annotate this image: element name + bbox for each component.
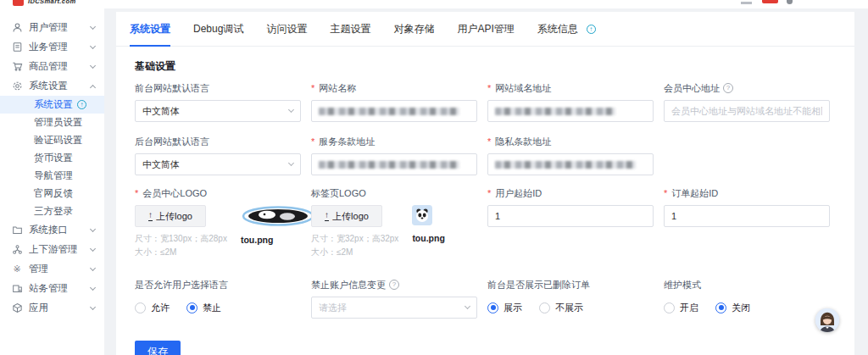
sidebar-item-business-management[interactable]: 业务管理 (0, 37, 104, 57)
radio-show[interactable]: 展示 (487, 302, 522, 314)
upload-tab-logo-button[interactable]: ↑ 上传logo (311, 205, 382, 227)
sidebar-subitem-nav-management[interactable]: 导航管理 (0, 167, 104, 185)
sidebar-item-label: 业务管理 (29, 41, 91, 53)
gear-icon (11, 80, 23, 92)
radio-icon (135, 302, 146, 313)
tab-theme-settings[interactable]: 主题设置 (330, 12, 370, 47)
site-domain-input[interactable] (487, 100, 654, 122)
folder-icon (11, 225, 23, 236)
tab-label: 主题设置 (330, 22, 370, 36)
sidebar-subitem-currency-settings[interactable]: 货币设置 (0, 149, 104, 167)
top-navbar: IDCSmart.com (0, 0, 868, 8)
save-button[interactable]: 保存 (135, 341, 181, 355)
radio-icon (539, 302, 550, 313)
field-label: 标签页LOGO (311, 187, 477, 199)
sidebar-item-label: 应用 (29, 302, 91, 314)
tab-user-api[interactable]: 用户API管理 (457, 12, 514, 47)
radio-icon (186, 302, 198, 313)
tab-object-storage[interactable]: 对象存储 (393, 12, 434, 47)
sidebar-subitem-label: 验证码设置 (34, 134, 83, 147)
folder-plus-icon (11, 283, 23, 295)
radio-label: 不展示 (555, 302, 583, 314)
field-show-deleted-orders: 前台是否展示已删除订单 展示 不展示 (487, 279, 654, 319)
upload-hint: 尺寸：宽32px；高32px 大小：≤2M (311, 232, 398, 258)
radio-hide[interactable]: 不展示 (539, 302, 583, 314)
upgrade-badge-icon: ↑ (587, 25, 596, 34)
tab-label: 对象存储 (393, 22, 434, 36)
radio-maintenance-on[interactable]: 开启 (664, 302, 698, 314)
tab-system-settings[interactable]: 系统设置 (130, 12, 170, 47)
field-label: 是否允许用户选择语言 (135, 279, 301, 291)
sidebar-item-management[interactable]: ※ 管理 (0, 259, 104, 279)
order-start-id-input[interactable] (664, 205, 830, 227)
upload-button-label: 上传logo (332, 210, 369, 223)
help-icon[interactable]: ? (389, 280, 399, 290)
field-label-text: 会员中心地址 (664, 82, 720, 95)
sidebar-item-system-api[interactable]: 系统接口 (0, 220, 104, 240)
field-forbid-account-change: 禁止账户信息变更 ? 请选择 (311, 279, 477, 319)
sidebar-item-system-settings[interactable]: 系统设置 (0, 76, 104, 96)
network-icon (11, 244, 23, 256)
sidebar-subitem-site-feedback[interactable]: 官网反馈 (0, 185, 104, 202)
sidebar-subitem-label: 货币设置 (34, 152, 73, 164)
field-terms-url: 服务条款地址 (311, 136, 477, 175)
sidebar-item-site-management[interactable]: 站务管理 (0, 279, 104, 298)
radio-maintenance-off[interactable]: 关闭 (715, 302, 750, 314)
radio-forbid[interactable]: 禁止 (186, 302, 221, 314)
sidebar-subitem-captcha-settings[interactable]: 验证码设置 (0, 131, 104, 149)
redacted-value (319, 161, 459, 169)
radio-icon (715, 302, 726, 313)
upload-icon: ↑ (148, 211, 153, 221)
chevron-down-icon (90, 264, 96, 270)
radio-label: 关闭 (732, 302, 750, 314)
radio-label: 展示 (504, 302, 522, 314)
sidebar-subitem-third-party-login[interactable]: 三方登录 (0, 202, 104, 220)
help-icon[interactable]: ? (723, 83, 733, 93)
tab-logo-preview[interactable] (412, 205, 432, 225)
sidebar-item-product-management[interactable]: 商品管理 (0, 57, 104, 76)
chevron-down-icon (288, 107, 294, 113)
front-language-select[interactable]: 中文简体 (135, 100, 301, 122)
chevron-up-icon (90, 84, 96, 90)
upload-icon: ↑ (325, 211, 329, 221)
sidebar-item-upstream-downstream[interactable]: 上下游管理 (0, 240, 104, 259)
topbar-cropped-icon (741, 2, 752, 4)
terms-url-input[interactable] (311, 153, 477, 175)
tab-label: 访问设置 (266, 22, 307, 36)
hint-size: 尺寸：宽130px；高28px (135, 232, 227, 246)
topbar-avatar-cropped (787, 0, 793, 4)
sidebar-subitem-system-settings[interactable]: 系统设置 ↑ (0, 96, 104, 114)
chevron-down-icon (90, 225, 96, 231)
tab-access-settings[interactable]: 访问设置 (266, 12, 307, 47)
field-label: 隐私条款地址 (487, 136, 654, 147)
sidebar-subitem-label: 管理员设置 (34, 116, 83, 129)
field-maintenance-mode: 维护模式 开启 关闭 (664, 279, 830, 319)
sidebar-subitem-label: 系统设置 (34, 98, 73, 111)
radio-allow[interactable]: 允许 (135, 302, 170, 314)
field-member-center: 会员中心地址 ? (664, 82, 830, 122)
forbid-account-change-select[interactable]: 请选择 (311, 297, 477, 319)
sidebar-item-user-management[interactable]: 用户管理 (0, 18, 104, 37)
tab-system-info[interactable]: 系统信息 ↑ (537, 12, 596, 47)
reference-mark-icon: ※ (11, 263, 23, 275)
back-language-select[interactable]: 中文简体 (135, 153, 301, 175)
app-logo[interactable]: IDCSmart.com (13, 0, 75, 6)
user-icon (11, 22, 23, 34)
support-avatar[interactable] (815, 308, 839, 332)
tab-debug[interactable]: Debug调试 (193, 12, 243, 47)
sidebar-subitem-admin-settings[interactable]: 管理员设置 (0, 114, 104, 131)
member-center-input[interactable] (664, 100, 830, 122)
user-start-id-input[interactable] (487, 205, 654, 227)
site-name-input[interactable] (311, 100, 477, 122)
radio-label: 禁止 (203, 302, 221, 314)
member-logo-preview[interactable] (241, 205, 315, 227)
privacy-url-input[interactable] (487, 153, 654, 175)
sidebar-subitem-label: 官网反馈 (34, 187, 73, 200)
upload-member-logo-button[interactable]: ↑ 上传logo (135, 205, 206, 227)
sidebar-item-label: 站务管理 (29, 282, 91, 295)
sidebar-item-apps[interactable]: 应用 (0, 298, 104, 318)
field-label: 前台网站默认语言 (135, 82, 301, 94)
field-label: 维护模式 (664, 279, 830, 291)
field-label: 会员中心LOGO (135, 187, 301, 199)
redacted-value (495, 108, 615, 115)
